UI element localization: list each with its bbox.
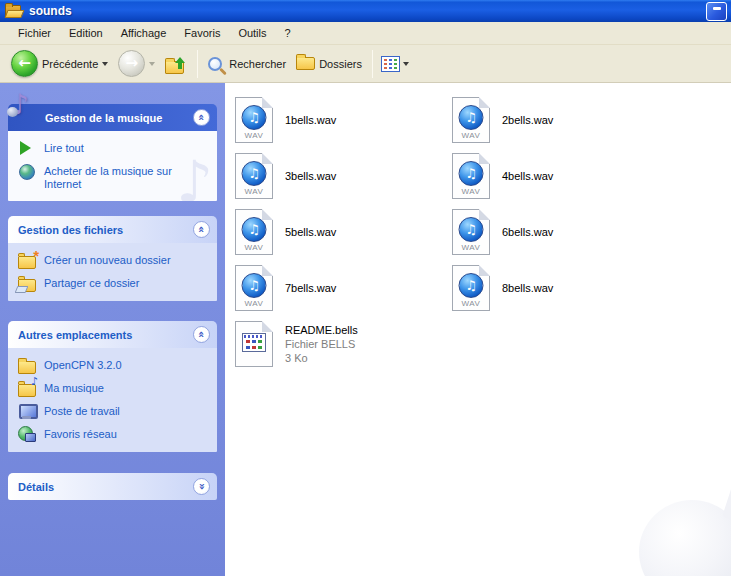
search-icon [208,57,222,71]
chevron-up-icon[interactable]: « [193,326,210,343]
back-button[interactable]: ← Précédente [6,48,113,79]
file-tile-6bells-wav[interactable]: ♫WAV6bells.wav [452,204,669,260]
watermark-music-note [639,500,731,576]
menu-item-outils[interactable]: Outils [229,24,275,42]
file-list: ♫WAV1bells.wav♫WAV2bells.wav♫WAV3bells.w… [225,83,669,372]
wav-badge: WAV [236,243,272,252]
music-folder-icon [18,380,36,396]
file-text: 6bells.wav [502,225,553,239]
wav-file-icon: ♫WAV [452,209,490,255]
menu-item-fichier[interactable]: Fichier [9,24,60,42]
file-text: 2bells.wav [502,113,553,127]
music-note-disc-icon: ♫ [242,217,267,242]
menu-item-favoris[interactable]: Favoris [175,24,229,42]
file-tile-4bells-wav[interactable]: ♫WAV4bells.wav [452,148,669,204]
wav-file-icon: ♫WAV [235,153,273,199]
folders-button[interactable]: Dossiers [291,55,367,72]
chevron-down-icon[interactable]: « [193,478,210,495]
forward-button[interactable]: → [113,48,160,79]
sidebar-item-ma-musique[interactable]: Ma musique [18,380,211,396]
network-icon [18,426,36,442]
panel-body-file-tasks: Créer un nouveau dossierPartager ce doss… [8,243,217,301]
music-note-icon: ♪ [11,91,29,119]
wav-badge: WAV [453,243,489,252]
file-name: 3bells.wav [285,169,336,183]
sidebar: ♪Gestion de la musique«♪Lire toutAcheter… [0,83,225,576]
search-label: Rechercher [229,58,286,70]
back-dropdown-icon[interactable] [102,62,108,66]
file-name: README.bells [285,323,358,337]
sidebar-item-favoris-r-seau[interactable]: Favoris réseau [18,426,211,442]
chevron-up-icon[interactable]: « [193,221,210,238]
search-button[interactable]: Rechercher [203,55,291,73]
file-type: Fichier BELLS [285,337,358,351]
music-note-disc-icon: ♫ [459,161,484,186]
file-tile-readme-bells[interactable]: README.bellsFichier BELLS3 Ko [235,316,452,372]
sidebar-item-label: Favoris réseau [44,426,117,441]
minimize-button[interactable] [706,2,727,21]
globe-icon [18,163,36,179]
file-text: 3bells.wav [285,169,336,183]
menu-item-item[interactable]: ? [276,24,300,42]
music-note-disc-icon: ♫ [459,217,484,242]
file-name: 1bells.wav [285,113,336,127]
music-note-disc-icon: ♫ [242,273,267,298]
menu-item-affichage[interactable]: Affichage [112,24,176,42]
file-tile-8bells-wav[interactable]: ♫WAV8bells.wav [452,260,669,316]
sidebar-item-poste-de-travail[interactable]: Poste de travail [18,403,211,419]
file-tile-7bells-wav[interactable]: ♫WAV7bells.wav [235,260,452,316]
views-icon [381,56,400,72]
wav-file-icon: ♫WAV [235,265,273,311]
views-dropdown-icon[interactable] [403,62,409,66]
file-name: 2bells.wav [502,113,553,127]
menu-bar: FichierEditionAffichageFavorisOutils? [0,22,731,45]
sidebar-item-label: Acheter de la musique sur Internet [44,163,211,191]
sidebar-item-opencpn-3-2-0[interactable]: OpenCPN 3.2.0 [18,357,211,373]
music-note-disc-icon: ♫ [459,105,484,130]
panel-header-details[interactable]: Détails« [8,473,217,500]
panel-body-music-tasks: ♪Lire toutAcheter de la musique sur Inte… [8,131,217,201]
file-tile-1bells-wav[interactable]: ♫WAV1bells.wav [235,92,452,148]
window-titlebar: sounds [0,0,731,22]
wav-file-icon: ♫WAV [235,209,273,255]
sidebar-item-lire-tout[interactable]: Lire tout [18,140,211,156]
file-tile-3bells-wav[interactable]: ♫WAV3bells.wav [235,148,452,204]
chevron-up-icon[interactable]: « [193,109,210,126]
forward-dropdown-icon[interactable] [149,62,155,66]
wav-badge: WAV [236,131,272,140]
file-text: 5bells.wav [285,225,336,239]
panel-header-file-tasks[interactable]: Gestion des fichiers« [8,216,217,243]
up-button[interactable] [160,52,192,76]
wav-badge: WAV [236,299,272,308]
wav-file-icon: ♫WAV [235,97,273,143]
sidebar-item-partager-ce-dossier[interactable]: Partager ce dossier [18,275,211,291]
wav-badge: WAV [453,187,489,196]
wav-badge: WAV [453,299,489,308]
panel-header-other-places[interactable]: Autres emplacements« [8,321,217,348]
sidebar-panel-music-tasks: ♪Gestion de la musique«♪Lire toutAcheter… [8,104,217,201]
sidebar-item-label: Ma musique [44,380,104,395]
window-content: ♪Gestion de la musique«♪Lire toutAcheter… [0,83,731,576]
file-size: 3 Ko [285,351,358,365]
computer-icon [18,403,36,419]
folders-icon [296,57,315,70]
wav-badge: WAV [453,131,489,140]
menu-item-edition[interactable]: Edition [60,24,112,42]
views-button[interactable] [378,54,412,74]
file-text: README.bellsFichier BELLS3 Ko [285,323,358,365]
folder-icon [18,357,36,373]
wav-file-icon: ♫WAV [452,265,490,311]
new-folder-icon [18,252,36,268]
sidebar-item-label: Poste de travail [44,403,120,418]
sidebar-item-label: Lire tout [44,140,84,155]
wav-file-icon: ♫WAV [452,153,490,199]
file-tile-5bells-wav[interactable]: ♫WAV5bells.wav [235,204,452,260]
sidebar-item-acheter-de-la-musique-sur-internet[interactable]: Acheter de la musique sur Internet [18,163,211,191]
panel-title: Gestion des fichiers [18,224,193,236]
sidebar-panel-other-places: Autres emplacements«OpenCPN 3.2.0Ma musi… [8,321,217,452]
file-tile-2bells-wav[interactable]: ♫WAV2bells.wav [452,92,669,148]
sidebar-panel-file-tasks: Gestion des fichiers«Créer un nouveau do… [8,216,217,301]
panel-header-music-tasks[interactable]: ♪Gestion de la musique« [8,104,217,131]
sidebar-item-cr-er-un-nouveau-dossier[interactable]: Créer un nouveau dossier [18,252,211,268]
share-folder-icon [18,275,36,291]
